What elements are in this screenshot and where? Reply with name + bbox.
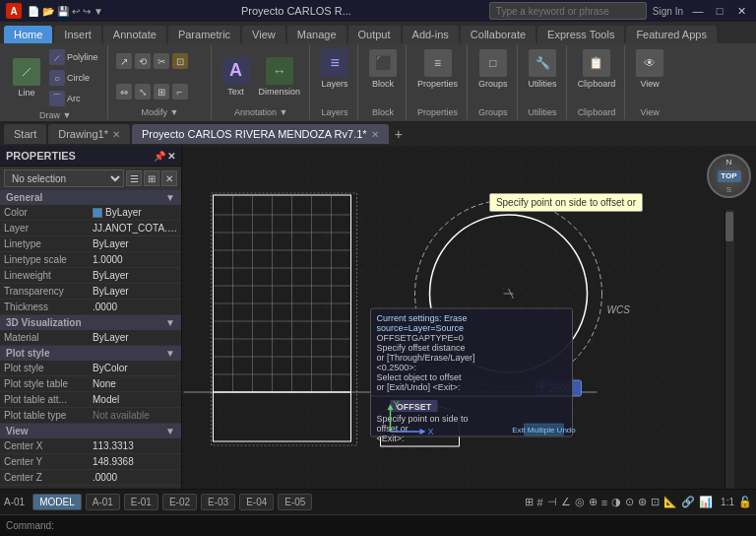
tab-home[interactable]: Home bbox=[4, 26, 52, 43]
lineweight-value[interactable]: ByLayer bbox=[93, 270, 177, 281]
tab-view[interactable]: View bbox=[242, 26, 285, 43]
doc-tab-start[interactable]: Start bbox=[4, 124, 46, 144]
layout-e04-button[interactable]: E-04 bbox=[239, 494, 274, 510]
height-value[interactable]: 4.7121 bbox=[93, 488, 177, 489]
doc-tab-proyecto[interactable]: Proyecto CARLOS RIVERA MENDOZA Rv7.1* ✕ bbox=[132, 124, 389, 144]
doc-tab-add-button[interactable]: + bbox=[391, 126, 407, 142]
block-button[interactable]: ⬛ Block bbox=[366, 47, 400, 91]
draw-line-button[interactable]: ⟋ Line bbox=[10, 56, 43, 100]
doc-tab-drawing1[interactable]: Drawing1* ✕ bbox=[48, 124, 130, 144]
layout-e03-button[interactable]: E-03 bbox=[201, 494, 235, 510]
grid-icon[interactable]: # bbox=[537, 497, 543, 508]
user-login[interactable]: Sign In bbox=[653, 6, 683, 17]
qat-save-icon[interactable]: 💾 bbox=[57, 6, 69, 17]
selection-cycling-icon[interactable]: ⊙ bbox=[625, 496, 634, 508]
command-input[interactable] bbox=[58, 520, 750, 531]
linetype-value[interactable]: ByLayer bbox=[93, 238, 177, 249]
trim-icon[interactable]: ✂ bbox=[154, 53, 169, 69]
plot-table-att-value[interactable]: Model bbox=[93, 394, 177, 405]
move-icon[interactable]: ↗ bbox=[116, 53, 132, 69]
layout-e01-button[interactable]: E-01 bbox=[124, 494, 158, 510]
qat-more-icon[interactable]: ▼ bbox=[94, 6, 103, 17]
scrollbar-thumb[interactable] bbox=[725, 212, 733, 241]
compass-top-button[interactable]: TOP bbox=[718, 170, 741, 182]
compass-widget[interactable]: N TOP S bbox=[707, 154, 751, 198]
scale-icon[interactable]: ⤡ bbox=[135, 84, 151, 100]
doc-tab-proyecto-close[interactable]: ✕ bbox=[371, 129, 379, 140]
dimension-button[interactable]: ↔ Dimension bbox=[256, 55, 304, 99]
properties-select-all-button[interactable]: ⊞ bbox=[144, 170, 159, 186]
plot-style-value[interactable]: ByColor bbox=[93, 363, 177, 373]
properties-button[interactable]: ≡ Properties bbox=[414, 47, 461, 91]
qat-undo-icon[interactable]: ↩ bbox=[72, 6, 80, 17]
tab-express[interactable]: Express Tools bbox=[537, 26, 624, 43]
vertical-scrollbar[interactable] bbox=[724, 210, 734, 489]
tab-output[interactable]: Output bbox=[348, 26, 401, 43]
osnap-icon[interactable]: ◎ bbox=[575, 496, 585, 508]
text-button[interactable]: A Text bbox=[220, 55, 253, 99]
3d-viz-section-header[interactable]: 3D Visualization ▼ bbox=[0, 315, 181, 330]
otrack-icon[interactable]: ⊕ bbox=[589, 496, 598, 508]
snap-icon[interactable]: ⊞ bbox=[525, 496, 534, 508]
center-y-value[interactable]: 148.9368 bbox=[93, 456, 177, 467]
drawing-area[interactable]: .2500 Current settings: Erase source=Lay… bbox=[182, 146, 702, 489]
groups-button[interactable]: □ Groups bbox=[475, 47, 511, 91]
properties-close-icon[interactable]: ✕ bbox=[167, 151, 175, 162]
tab-collaborate[interactable]: Collaborate bbox=[461, 26, 536, 43]
minimize-button[interactable]: — bbox=[689, 2, 707, 20]
fillet-icon[interactable]: ⌐ bbox=[172, 84, 188, 100]
layout-e05-button[interactable]: E-05 bbox=[278, 494, 312, 510]
transparency-value[interactable]: ByLayer bbox=[93, 286, 177, 297]
rotate-icon[interactable]: ⟲ bbox=[135, 53, 151, 69]
qat-redo-icon[interactable]: ↪ bbox=[83, 6, 91, 17]
qat-new-icon[interactable]: 📄 bbox=[28, 6, 39, 17]
properties-quick-select-button[interactable]: ☰ bbox=[126, 170, 142, 186]
layers-button[interactable]: ≡ Layers bbox=[318, 47, 351, 91]
qat-open-icon[interactable]: 📂 bbox=[42, 6, 54, 17]
polar-icon[interactable]: ∠ bbox=[561, 496, 571, 508]
properties-pin-icon[interactable]: 📌 bbox=[154, 151, 165, 162]
center-x-value[interactable]: 113.3313 bbox=[93, 440, 177, 451]
doc-tab-drawing1-close[interactable]: ✕ bbox=[112, 129, 120, 140]
lock-icon[interactable]: 🔓 bbox=[738, 496, 752, 508]
offset-icon[interactable]: ⊡ bbox=[172, 53, 188, 69]
mirror-icon[interactable]: ⇔ bbox=[116, 84, 132, 100]
tab-manage[interactable]: Manage bbox=[287, 26, 346, 43]
ortho-icon[interactable]: ⊣ bbox=[547, 496, 557, 508]
properties-selection-dropdown[interactable]: No selection bbox=[4, 169, 124, 187]
color-value[interactable]: ByLayer bbox=[93, 207, 177, 218]
annotation-monitor-icon[interactable]: 📐 bbox=[663, 496, 677, 508]
clipboard-button[interactable]: 📋 Clipboard bbox=[575, 47, 619, 91]
tab-insert[interactable]: Insert bbox=[54, 26, 101, 43]
3d-osnap-icon[interactable]: ⊛ bbox=[638, 496, 647, 508]
draw-circle-button[interactable]: ○ Circle bbox=[46, 68, 101, 88]
draw-polyline-button[interactable]: ⟋ Polyline bbox=[46, 47, 101, 67]
properties-clear-button[interactable]: ✕ bbox=[161, 170, 177, 186]
search-input[interactable] bbox=[489, 2, 647, 20]
layer-value[interactable]: JJ.ANOT_COTA.Es... bbox=[93, 223, 177, 234]
layout-e02-button[interactable]: E-02 bbox=[162, 494, 197, 510]
view-section-header[interactable]: View ▼ bbox=[0, 424, 181, 438]
tab-parametric[interactable]: Parametric bbox=[168, 26, 240, 43]
tab-annotate[interactable]: Annotate bbox=[103, 26, 166, 43]
tab-featured[interactable]: Featured Apps bbox=[626, 26, 717, 43]
quick-props-icon[interactable]: 📊 bbox=[699, 496, 713, 508]
general-section-header[interactable]: General ▼ bbox=[0, 190, 181, 205]
material-value[interactable]: ByLayer bbox=[93, 332, 177, 343]
linetype-scale-value[interactable]: 1.0000 bbox=[93, 254, 177, 265]
tab-addins[interactable]: Add-ins bbox=[403, 26, 459, 43]
maximize-button[interactable]: □ bbox=[711, 2, 728, 20]
model-tab-button[interactable]: MODEL bbox=[32, 494, 82, 510]
thickness-value[interactable]: .0000 bbox=[93, 302, 177, 312]
plot-style-table-value[interactable]: None bbox=[93, 378, 177, 389]
layout-a01-button[interactable]: A-01 bbox=[86, 494, 120, 510]
array-icon[interactable]: ⊞ bbox=[154, 84, 169, 100]
view-button[interactable]: 👁 View bbox=[633, 47, 666, 91]
close-button[interactable]: ✕ bbox=[732, 2, 750, 20]
plot-style-section-header[interactable]: Plot style ▼ bbox=[0, 346, 181, 361]
units-icon[interactable]: 🔗 bbox=[681, 496, 695, 508]
utilities-button[interactable]: 🔧 Utilities bbox=[526, 47, 560, 91]
dynamic-ucs-icon[interactable]: ⊡ bbox=[651, 496, 660, 508]
center-z-value[interactable]: .0000 bbox=[93, 472, 177, 483]
lineweight-icon[interactable]: ≡ bbox=[601, 497, 607, 508]
